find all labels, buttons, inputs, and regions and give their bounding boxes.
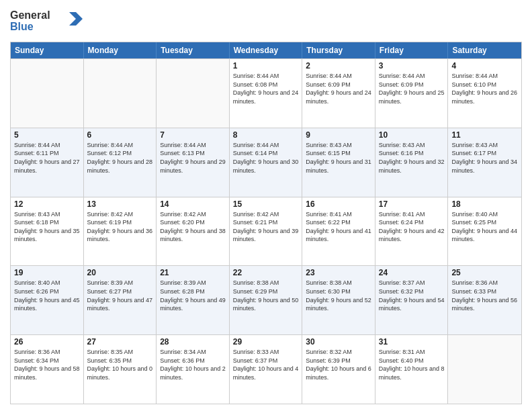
day-number: 10	[379, 130, 445, 140]
day-cell-16: 16Sunrise: 8:41 AMSunset: 6:22 PMDayligh…	[302, 197, 375, 266]
day-cell-4: 4Sunrise: 8:44 AMSunset: 6:10 PMDaylight…	[448, 59, 521, 128]
day-cell-3: 3Sunrise: 8:44 AMSunset: 6:09 PMDaylight…	[375, 59, 449, 128]
day-number: 11	[451, 130, 518, 140]
day-number: 29	[233, 337, 299, 347]
calendar-header: SundayMondayTuesdayWednesdayThursdayFrid…	[11, 42, 521, 58]
cell-info: Sunrise: 8:41 AMSunset: 6:22 PMDaylight:…	[306, 210, 371, 244]
cell-info: Sunrise: 8:44 AMSunset: 6:08 PMDaylight:…	[233, 72, 299, 105]
day-number: 8	[233, 130, 299, 140]
day-number: 4	[451, 61, 518, 71]
day-cell-24: 24Sunrise: 8:37 AMSunset: 6:32 PMDayligh…	[375, 266, 449, 334]
day-cell-17: 17Sunrise: 8:41 AMSunset: 6:24 PMDayligh…	[375, 197, 449, 266]
day-number: 5	[14, 130, 80, 140]
calendar-body: 1Sunrise: 8:44 AMSunset: 6:08 PMDaylight…	[11, 58, 521, 404]
svg-text:Blue: Blue	[10, 21, 34, 32]
cell-info: Sunrise: 8:32 AMSunset: 6:39 PMDaylight:…	[306, 348, 371, 381]
cell-info: Sunrise: 8:42 AMSunset: 6:20 PMDaylight:…	[160, 210, 226, 244]
calendar-week-5: 26Sunrise: 8:36 AMSunset: 6:34 PMDayligh…	[11, 334, 521, 404]
cell-info: Sunrise: 8:44 AMSunset: 6:10 PMDaylight:…	[451, 72, 518, 105]
day-number: 14	[160, 199, 226, 209]
day-cell-12: 12Sunrise: 8:43 AMSunset: 6:18 PMDayligh…	[11, 197, 84, 266]
day-number: 2	[306, 61, 371, 71]
day-number: 3	[379, 61, 445, 71]
day-cell-14: 14Sunrise: 8:42 AMSunset: 6:20 PMDayligh…	[157, 197, 230, 266]
day-number: 21	[160, 268, 226, 277]
calendar-week-2: 5Sunrise: 8:44 AMSunset: 6:11 PMDaylight…	[11, 128, 521, 197]
day-cell-1: 1Sunrise: 8:44 AMSunset: 6:08 PMDaylight…	[230, 59, 303, 128]
day-cell-23: 23Sunrise: 8:38 AMSunset: 6:30 PMDayligh…	[302, 266, 375, 334]
day-cell-31: 31Sunrise: 8:31 AMSunset: 6:40 PMDayligh…	[375, 335, 449, 404]
calendar-week-4: 19Sunrise: 8:40 AMSunset: 6:26 PMDayligh…	[11, 265, 521, 334]
day-cell-25: 25Sunrise: 8:36 AMSunset: 6:33 PMDayligh…	[448, 266, 521, 334]
day-number: 30	[306, 337, 371, 347]
calendar-week-1: 1Sunrise: 8:44 AMSunset: 6:08 PMDaylight…	[11, 58, 521, 128]
header-cell-sunday: Sunday	[11, 42, 84, 58]
cell-info: Sunrise: 8:43 AMSunset: 6:15 PMDaylight:…	[306, 141, 371, 175]
cell-info: Sunrise: 8:44 AMSunset: 6:09 PMDaylight:…	[379, 72, 445, 105]
logo-text: General Blue	[10, 7, 84, 36]
cell-info: Sunrise: 8:34 AMSunset: 6:36 PMDaylight:…	[160, 348, 226, 381]
cell-info: Sunrise: 8:44 AMSunset: 6:13 PMDaylight:…	[160, 141, 226, 175]
day-cell-15: 15Sunrise: 8:42 AMSunset: 6:21 PMDayligh…	[230, 197, 303, 266]
cell-info: Sunrise: 8:44 AMSunset: 6:11 PMDaylight:…	[14, 141, 80, 175]
day-cell-19: 19Sunrise: 8:40 AMSunset: 6:26 PMDayligh…	[11, 266, 84, 334]
cell-info: Sunrise: 8:40 AMSunset: 6:26 PMDaylight:…	[14, 279, 80, 312]
day-cell-22: 22Sunrise: 8:38 AMSunset: 6:29 PMDayligh…	[230, 266, 303, 334]
day-number: 27	[87, 337, 153, 347]
day-number: 20	[87, 268, 153, 277]
cell-info: Sunrise: 8:43 AMSunset: 6:16 PMDaylight:…	[379, 141, 445, 175]
cell-info: Sunrise: 8:38 AMSunset: 6:29 PMDaylight:…	[233, 279, 299, 312]
day-number: 13	[87, 199, 153, 209]
cell-info: Sunrise: 8:44 AMSunset: 6:09 PMDaylight:…	[306, 72, 371, 105]
cell-info: Sunrise: 8:39 AMSunset: 6:28 PMDaylight:…	[160, 279, 226, 312]
day-cell-30: 30Sunrise: 8:32 AMSunset: 6:39 PMDayligh…	[302, 335, 375, 404]
header-cell-saturday: Saturday	[448, 42, 521, 58]
day-number: 28	[160, 337, 226, 347]
day-number: 16	[306, 199, 371, 209]
day-cell-13: 13Sunrise: 8:42 AMSunset: 6:19 PMDayligh…	[84, 197, 157, 266]
day-cell-5: 5Sunrise: 8:44 AMSunset: 6:11 PMDaylight…	[11, 128, 84, 197]
day-number: 6	[87, 130, 153, 140]
header-cell-friday: Friday	[375, 42, 449, 58]
header-cell-tuesday: Tuesday	[157, 42, 230, 58]
header-cell-wednesday: Wednesday	[230, 42, 303, 58]
cell-info: Sunrise: 8:31 AMSunset: 6:40 PMDaylight:…	[379, 348, 445, 381]
day-number: 18	[451, 199, 518, 209]
cell-info: Sunrise: 8:42 AMSunset: 6:21 PMDaylight:…	[233, 210, 299, 244]
day-number: 25	[451, 268, 518, 277]
header-cell-thursday: Thursday	[302, 42, 375, 58]
day-number: 26	[14, 337, 80, 347]
day-number: 24	[379, 268, 445, 277]
day-number: 19	[14, 268, 80, 277]
calendar: SundayMondayTuesdayWednesdayThursdayFrid…	[10, 42, 522, 404]
cell-info: Sunrise: 8:36 AMSunset: 6:33 PMDaylight:…	[451, 279, 518, 312]
day-cell-9: 9Sunrise: 8:43 AMSunset: 6:15 PMDaylight…	[302, 128, 375, 197]
day-cell-8: 8Sunrise: 8:44 AMSunset: 6:14 PMDaylight…	[230, 128, 303, 197]
page: General Blue SundayMondayTuesdayWednesda…	[0, 0, 532, 411]
day-cell-29: 29Sunrise: 8:33 AMSunset: 6:37 PMDayligh…	[230, 335, 303, 404]
header: General Blue	[10, 7, 522, 36]
day-number: 15	[233, 199, 299, 209]
day-number: 9	[306, 130, 371, 140]
svg-marker-1	[69, 12, 83, 26]
cell-info: Sunrise: 8:39 AMSunset: 6:27 PMDaylight:…	[87, 279, 153, 312]
cell-info: Sunrise: 8:36 AMSunset: 6:34 PMDaylight:…	[14, 348, 80, 381]
cell-info: Sunrise: 8:41 AMSunset: 6:24 PMDaylight:…	[379, 210, 445, 244]
day-cell-28: 28Sunrise: 8:34 AMSunset: 6:36 PMDayligh…	[157, 335, 230, 404]
day-cell-18: 18Sunrise: 8:40 AMSunset: 6:25 PMDayligh…	[448, 197, 521, 266]
day-number: 22	[233, 268, 299, 277]
day-number: 7	[160, 130, 226, 140]
day-cell-11: 11Sunrise: 8:43 AMSunset: 6:17 PMDayligh…	[448, 128, 521, 197]
day-cell-10: 10Sunrise: 8:43 AMSunset: 6:16 PMDayligh…	[375, 128, 449, 197]
cell-info: Sunrise: 8:44 AMSunset: 6:12 PMDaylight:…	[87, 141, 153, 175]
day-cell-27: 27Sunrise: 8:35 AMSunset: 6:35 PMDayligh…	[84, 335, 157, 404]
svg-text:General: General	[10, 9, 50, 21]
day-number: 12	[14, 199, 80, 209]
day-cell-6: 6Sunrise: 8:44 AMSunset: 6:12 PMDaylight…	[84, 128, 157, 197]
day-cell-20: 20Sunrise: 8:39 AMSunset: 6:27 PMDayligh…	[84, 266, 157, 334]
cell-info: Sunrise: 8:33 AMSunset: 6:37 PMDaylight:…	[233, 348, 299, 381]
cell-info: Sunrise: 8:44 AMSunset: 6:14 PMDaylight:…	[233, 141, 299, 175]
day-cell-21: 21Sunrise: 8:39 AMSunset: 6:28 PMDayligh…	[157, 266, 230, 334]
cell-info: Sunrise: 8:38 AMSunset: 6:30 PMDaylight:…	[306, 279, 371, 312]
day-number: 1	[233, 61, 299, 71]
